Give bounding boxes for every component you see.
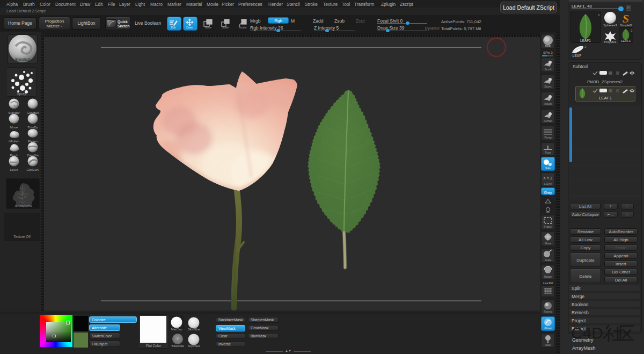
svg-text:Move: Move — [205, 26, 211, 29]
svg-text:3: 3 — [598, 13, 600, 17]
svg-text:BPR: BPR — [545, 45, 551, 48]
svg-text:3: 3 — [631, 29, 633, 32]
svg-text:C4D: C4D — [571, 324, 603, 342]
svg-text:Actual: Actual — [544, 102, 552, 105]
svg-text:Rotate: Rotate — [239, 26, 247, 29]
svg-text:Standard: Standard — [15, 57, 30, 61]
svg-text:Ghost: Ghost — [544, 327, 552, 330]
svg-text:~BrushAlpha: ~BrushAlpha — [13, 204, 32, 207]
svg-text:LEAF: LEAF — [573, 54, 581, 57]
svg-text:MatCap: MatCap — [171, 328, 182, 331]
svg-text:Move: Move — [10, 126, 18, 129]
svg-text:Scale: Scale — [222, 26, 229, 29]
svg-text:Solo: Solo — [545, 167, 551, 170]
svg-text:Move: Move — [545, 242, 551, 245]
svg-text:X Y Z: X Y Z — [543, 176, 553, 180]
svg-text:SimpleB: SimpleB — [620, 24, 632, 27]
svg-text:Solo: Solo — [545, 343, 551, 346]
svg-text:LEAF1: LEAF1 — [580, 39, 591, 42]
svg-text:Scroll: Scroll — [545, 68, 552, 71]
svg-text:L.Sym: L.Sym — [544, 182, 552, 185]
svg-text:3: 3 — [584, 45, 587, 48]
svg-text:BasicMa: BasicMa — [171, 344, 184, 348]
svg-text:TrimDy: TrimDy — [27, 126, 38, 129]
svg-text:Transp: Transp — [544, 310, 552, 313]
svg-text:Rotate: Rotate — [544, 275, 552, 278]
svg-text:Layer: Layer — [10, 168, 18, 171]
svg-text:Floor: Floor — [545, 151, 551, 154]
svg-text:PolyMes: PolyMes — [604, 40, 616, 44]
svg-text:AAHalf: AAHalf — [544, 119, 552, 122]
svg-text:Scale: Scale — [545, 258, 552, 262]
svg-text:Persp: Persp — [544, 136, 551, 139]
svg-text:Zoom: Zoom — [545, 85, 552, 88]
svg-text:ToyPlast: ToyPlast — [188, 344, 200, 348]
svg-text:SkinSha: SkinSha — [188, 328, 200, 331]
svg-text:hPolish: hPolish — [9, 140, 19, 143]
svg-text:Spray: Spray — [17, 92, 27, 96]
svg-text:Edit: Edit — [171, 26, 176, 29]
svg-text:Grey: Grey — [544, 191, 552, 195]
svg-text:ClipCurv: ClipCurv — [26, 168, 39, 171]
svg-text:Spheres3: Spheres3 — [603, 24, 617, 27]
svg-text:Frame: Frame — [544, 225, 552, 228]
svg-text:LEAF1: LEAF1 — [621, 39, 631, 42]
svg-text:Draw: Draw — [186, 26, 193, 29]
